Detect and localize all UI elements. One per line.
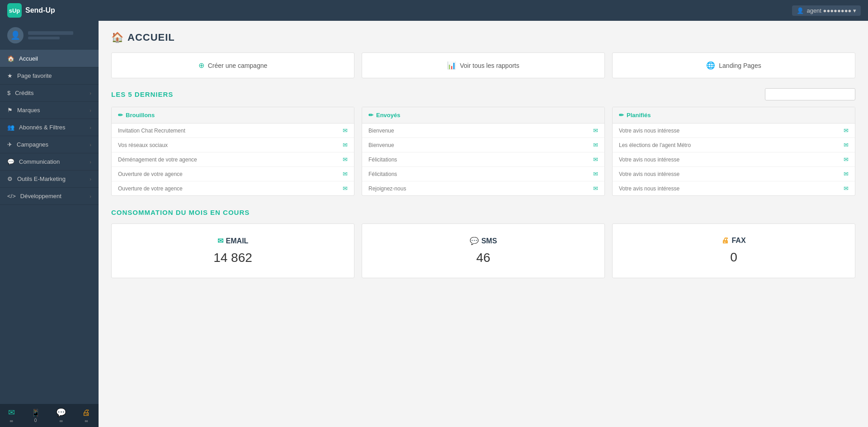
- sidebar-item-label: Campagnes: [17, 141, 48, 148]
- sidebar-item-communication[interactable]: 💬 Communication ›: [0, 153, 99, 171]
- email-icon: ✉: [593, 156, 598, 163]
- envoyes-body: Bienvenue ✉ Bienvenue ✉ Félicitations ✉ …: [362, 123, 604, 195]
- email-icon: ✉: [844, 185, 849, 192]
- app-name: Send-Up: [25, 6, 55, 14]
- stat-email-label: EMAIL: [226, 237, 249, 245]
- sidebar-item-abonnes-filtres[interactable]: 👥 Abonnés & Filtres ›: [0, 119, 99, 136]
- stats-grid: ✉ EMAIL 14 862 💬 SMS 46 🖨 FAX 0: [111, 223, 855, 278]
- list-item[interactable]: Bienvenue ✉: [362, 138, 604, 152]
- plus-icon: ⊕: [198, 61, 204, 70]
- user-menu[interactable]: 👤 agent ●●●●●●●● ▾: [792, 5, 861, 16]
- campaign-name: Les élections de l'agent Métro: [619, 142, 691, 148]
- brouillons-header: ✏ Brouillons: [112, 107, 354, 123]
- list-item[interactable]: Votre avis nous intéresse ✉: [613, 181, 855, 195]
- send-icon: ✈: [7, 141, 12, 148]
- planifies-title: Planifiés: [627, 112, 651, 119]
- sms-bubble-icon: 💬: [470, 237, 479, 245]
- dollar-icon: $: [7, 90, 10, 96]
- status-sms-count: 📱 0: [31, 408, 40, 423]
- avatar: 👤: [7, 27, 24, 43]
- list-item[interactable]: Bienvenue ✉: [362, 123, 604, 138]
- user-label: agent ●●●●●●●● ▾: [807, 7, 856, 14]
- landing-pages-label: Landing Pages: [719, 62, 761, 69]
- list-item[interactable]: Invitation Chat Recrutement ✉: [112, 123, 354, 138]
- fax-status-icon: 🖨: [82, 408, 90, 418]
- brand: sUp Send-Up: [7, 3, 55, 18]
- status-chat: 💬 ∞: [56, 408, 66, 423]
- envoyes-header: ✏ Envoyés: [362, 107, 604, 123]
- sidebar-item-developpement[interactable]: </> Développement ›: [0, 188, 99, 205]
- main-content: 🏠 ACCUEIL ⊕ Créer une campagne 📊 Voir to…: [99, 21, 868, 427]
- list-item[interactable]: Rejoignez-nous ✉: [362, 181, 604, 195]
- envoyes-card: ✏ Envoyés Bienvenue ✉ Bienvenue ✉ Félici…: [362, 107, 605, 196]
- landing-pages-button[interactable]: 🌐 Landing Pages: [612, 52, 855, 78]
- fax-icon: 🖨: [722, 237, 729, 245]
- topnav: sUp Send-Up 👤 agent ●●●●●●●● ▾: [0, 0, 868, 21]
- email-icon: ✉: [593, 171, 598, 177]
- star-icon: ★: [7, 72, 13, 79]
- chat-icon: 💬: [7, 158, 14, 165]
- sidebar-item-campagnes[interactable]: ✈ Campagnes ›: [0, 136, 99, 153]
- sidebar-nav: 🏠 Accueil ★ Page favorite $ Crédits ›: [0, 50, 99, 404]
- sidebar-item-label: Crédits: [15, 90, 33, 96]
- sidebar-profile: 👤: [0, 21, 99, 50]
- sidebar-item-page-favorite[interactable]: ★ Page favorite: [0, 67, 99, 85]
- fax-status-value: ∞: [85, 418, 88, 423]
- sidebar-status-bar: ✉ ∞ 📱 0 💬 ∞ 🖨 ∞: [0, 404, 99, 427]
- envoyes-title: Envoyés: [376, 112, 400, 119]
- stat-label-fax: 🖨 FAX: [622, 237, 846, 245]
- list-item[interactable]: Les élections de l'agent Métro ✉: [613, 138, 855, 152]
- email-status-value: ∞: [10, 418, 13, 423]
- voir-rapports-button[interactable]: 📊 Voir tous les rapports: [362, 52, 605, 78]
- chevron-right-icon: ›: [90, 159, 91, 165]
- campaign-name: Bienvenue: [368, 128, 394, 134]
- campaign-name: Votre avis nous intéresse: [619, 185, 679, 192]
- list-item[interactable]: Vos réseaux sociaux ✉: [112, 138, 354, 152]
- campaign-name: Vos réseaux sociaux: [118, 142, 168, 148]
- list-item[interactable]: Votre avis nous intéresse ✉: [613, 123, 855, 138]
- filter-dropdown[interactable]: [765, 88, 855, 100]
- campaign-name: Déménagement de votre agence: [118, 157, 197, 163]
- list-item[interactable]: Votre avis nous intéresse ✉: [613, 152, 855, 167]
- voir-rapports-label: Voir tous les rapports: [460, 62, 519, 69]
- sidebar-item-marques[interactable]: ⚑ Marques ›: [0, 102, 99, 119]
- list-item[interactable]: Votre avis nous intéresse ✉: [613, 167, 855, 181]
- chevron-right-icon: ›: [90, 90, 91, 96]
- stat-label-email: ✉ EMAIL: [121, 237, 345, 245]
- email-icon: ✉: [343, 127, 348, 134]
- creer-campagne-button[interactable]: ⊕ Créer une campagne: [111, 52, 354, 78]
- sidebar-item-outils-emarketing[interactable]: ⚙ Outils E-Marketing ›: [0, 171, 99, 188]
- email-status-icon: ✉: [8, 408, 15, 418]
- campaign-name: Bienvenue: [368, 142, 394, 148]
- list-item[interactable]: Félicitations ✉: [362, 167, 604, 181]
- sidebar-item-label: Marques: [17, 107, 40, 114]
- sidebar-item-accueil[interactable]: 🏠 Accueil: [0, 50, 99, 67]
- sidebar-item-label: Abonnés & Filtres: [19, 124, 66, 131]
- clock-icon: ✏: [619, 112, 624, 119]
- email-icon: ✉: [593, 142, 598, 148]
- list-item[interactable]: Déménagement de votre agence ✉: [112, 152, 354, 167]
- campaign-name: Félicitations: [368, 157, 397, 163]
- consommation-label-part1: CONSOMMATION: [111, 209, 174, 216]
- brouillons-card: ✏ Brouillons Invitation Chat Recrutement…: [111, 107, 354, 196]
- page-title: 🏠 ACCUEIL: [111, 32, 855, 43]
- email-icon: ✉: [593, 185, 598, 192]
- sidebar-item-label: Page favorite: [17, 72, 52, 79]
- section-header-derniers: LES 5 DERNIERS: [111, 88, 855, 100]
- users-icon: 👥: [7, 124, 14, 131]
- stat-sms-label: SMS: [481, 237, 497, 245]
- list-item[interactable]: Félicitations ✉: [362, 152, 604, 167]
- section-title-derniers: LES 5 DERNIERS: [111, 90, 173, 98]
- campaign-name: Invitation Chat Recrutement: [118, 128, 185, 134]
- chevron-right-icon: ›: [90, 176, 91, 182]
- list-item[interactable]: Ouverture de votre agence ✉: [112, 181, 354, 195]
- list-item[interactable]: Ouverture de votre agence ✉: [112, 167, 354, 181]
- stat-fax-label: FAX: [731, 237, 745, 245]
- home-icon: 🏠: [7, 55, 14, 62]
- chevron-right-icon: ›: [90, 125, 91, 130]
- chevron-right-icon: ›: [90, 194, 91, 199]
- chat-status-value: ∞: [60, 418, 63, 423]
- logo: sUp: [7, 3, 22, 18]
- stat-card-email: ✉ EMAIL 14 862: [111, 223, 354, 278]
- sidebar-item-credits[interactable]: $ Crédits ›: [0, 85, 99, 102]
